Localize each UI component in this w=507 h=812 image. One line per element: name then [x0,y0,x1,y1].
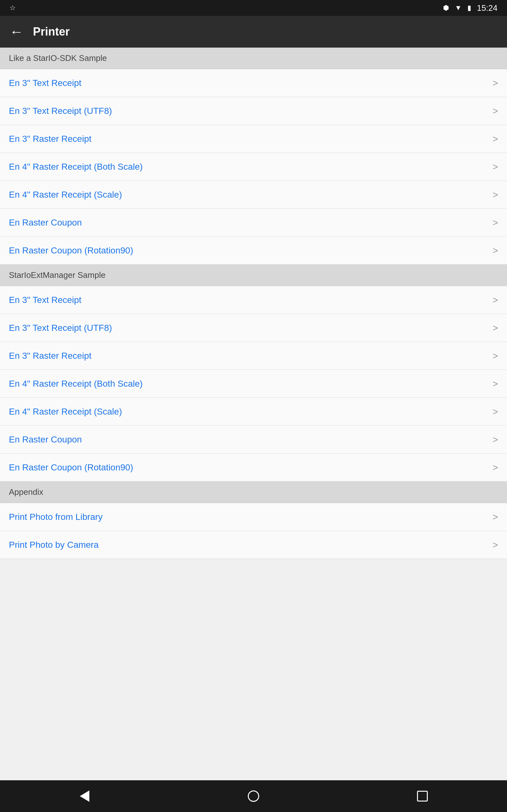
list-item-chevron-item-2: > [493,106,498,116]
list-item-item-10[interactable]: En 3" Raster Receipt> [0,342,507,370]
list-item-item-14[interactable]: En Raster Coupon (Rotation90)> [0,454,507,481]
list-item-chevron-item-1: > [493,78,498,89]
section-header-like-a-stario-sdk: Like a StarIO-SDK Sample [0,48,507,69]
list-item-label-item-5: En 4" Raster Receipt (Scale) [9,190,122,200]
list-item-item-11[interactable]: En 4" Raster Receipt (Both Scale)> [0,370,507,398]
list-item-chevron-item-13: > [493,434,498,445]
list-item-label-item-16: Print Photo by Camera [9,540,99,550]
list-item-chevron-item-7: > [493,245,498,256]
list-item-item-8[interactable]: En 3" Text Receipt> [0,286,507,314]
list-item-item-7[interactable]: En Raster Coupon (Rotation90)> [0,237,507,264]
nav-back-icon [80,791,89,802]
nav-recents-icon [417,791,428,802]
list-item-chevron-item-15: > [493,512,498,522]
main-content: Like a StarIO-SDK SampleEn 3" Text Recei… [0,48,507,780]
list-item-chevron-item-6: > [493,217,498,228]
list-item-label-item-13: En Raster Coupon [9,435,82,445]
list-item-label-item-15: Print Photo from Library [9,512,103,522]
battery-icon: ▮ [467,4,471,12]
list-item-label-item-10: En 3" Raster Receipt [9,351,92,361]
list-item-item-9[interactable]: En 3" Text Receipt (UTF8)> [0,314,507,342]
page-title: Printer [33,25,70,38]
list-item-chevron-item-14: > [493,462,498,473]
status-bar-left: ☆ [9,4,16,12]
list-item-label-item-7: En Raster Coupon (Rotation90) [9,246,133,256]
list-item-label-item-14: En Raster Coupon (Rotation90) [9,462,133,473]
bottom-nav [0,780,507,812]
back-arrow-icon: ← [9,25,23,39]
list-item-item-4[interactable]: En 4" Raster Receipt (Both Scale)> [0,153,507,181]
status-time: 15:24 [477,3,498,13]
list-item-chevron-item-12: > [493,406,498,417]
status-bar-right: ⬢ ▼ ▮ 15:24 [443,3,498,13]
list-item-label-item-3: En 3" Raster Receipt [9,134,92,144]
list-item-item-13[interactable]: En Raster Coupon> [0,426,507,454]
list-item-item-3[interactable]: En 3" Raster Receipt> [0,125,507,153]
list-item-chevron-item-10: > [493,351,498,361]
list-item-label-item-8: En 3" Text Receipt [9,295,81,305]
list-item-item-5[interactable]: En 4" Raster Receipt (Scale)> [0,181,507,209]
nav-back-button[interactable] [72,783,97,809]
nav-recents-button[interactable] [410,783,435,809]
status-bar: ☆ ⬢ ▼ ▮ 15:24 [0,0,507,16]
list-item-label-item-1: En 3" Text Receipt [9,78,81,88]
wifi-icon: ▼ [455,4,462,12]
notification-icon: ☆ [9,4,16,12]
list-item-chevron-item-11: > [493,378,498,389]
list-item-item-12[interactable]: En 4" Raster Receipt (Scale)> [0,398,507,426]
bluetooth-icon: ⬢ [443,4,449,12]
list-item-label-item-9: En 3" Text Receipt (UTF8) [9,323,112,333]
list-item-chevron-item-4: > [493,161,498,172]
list-item-chevron-item-16: > [493,540,498,550]
list-item-label-item-6: En Raster Coupon [9,217,82,228]
list-item-chevron-item-5: > [493,189,498,200]
list-item-item-15[interactable]: Print Photo from Library> [0,503,507,531]
nav-home-button[interactable] [241,783,266,809]
nav-home-icon [248,791,259,802]
section-header-appendix: Appendix [0,481,507,503]
section-header-stario-ext-manager: StarIoExtManager Sample [0,264,507,286]
list-item-item-6[interactable]: En Raster Coupon> [0,209,507,237]
list-item-label-item-2: En 3" Text Receipt (UTF8) [9,106,112,116]
list-item-chevron-item-3: > [493,134,498,144]
list-item-chevron-item-9: > [493,322,498,334]
list-item-label-item-11: En 4" Raster Receipt (Both Scale) [9,379,143,389]
back-button[interactable]: ← [9,25,23,39]
list-item-item-1[interactable]: En 3" Text Receipt> [0,69,507,97]
list-item-item-16[interactable]: Print Photo by Camera> [0,531,507,559]
list-item-label-item-4: En 4" Raster Receipt (Both Scale) [9,162,143,172]
list-item-label-item-12: En 4" Raster Receipt (Scale) [9,407,122,417]
list-item-chevron-item-8: > [493,295,498,305]
list-item-item-2[interactable]: En 3" Text Receipt (UTF8)> [0,97,507,125]
app-bar: ← Printer [0,16,507,48]
